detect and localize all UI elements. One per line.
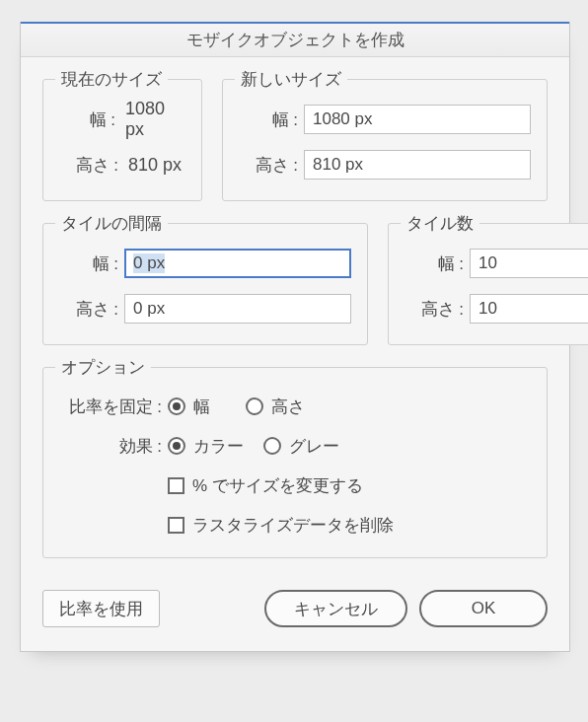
checkbox-box-icon bbox=[168, 477, 184, 494]
constrain-height-text: 高さ bbox=[271, 396, 305, 418]
current-size-legend: 現在のサイズ bbox=[55, 68, 168, 91]
new-width-label: 幅 : bbox=[239, 108, 298, 131]
dialog-title: モザイクオブジェクトを作成 bbox=[186, 29, 404, 51]
current-width-label: 幅 : bbox=[59, 108, 115, 131]
current-height-value: 810 px bbox=[128, 155, 182, 176]
tile-spacing-legend: タイルの間隔 bbox=[55, 212, 168, 235]
radio-dot-icon bbox=[168, 397, 185, 415]
result-color-text: カラー bbox=[193, 435, 244, 458]
tile-spacing-width-input[interactable]: 0 px bbox=[124, 249, 351, 278]
new-width-input[interactable] bbox=[304, 105, 531, 134]
result-color-radio[interactable]: カラー bbox=[168, 435, 244, 458]
constrain-width-text: 幅 bbox=[193, 396, 210, 418]
tile-count-height-input[interactable] bbox=[470, 294, 588, 324]
delete-raster-checkbox[interactable]: ラスタライズデータを削除 bbox=[168, 514, 394, 537]
options-group: オプション 比率を固定 : 幅 高さ 効果 : カラー bbox=[42, 367, 548, 558]
result-label: 効果 : bbox=[59, 435, 162, 458]
cancel-button[interactable]: キャンセル bbox=[264, 590, 407, 627]
ok-button[interactable]: OK bbox=[419, 590, 548, 627]
tile-count-group: タイル数 幅 : 高さ : bbox=[388, 223, 588, 345]
tile-spacing-width-label: 幅 : bbox=[59, 253, 118, 275]
mosaic-dialog: モザイクオブジェクトを作成 現在のサイズ 幅 : 1080 px 高さ : 81… bbox=[20, 22, 570, 652]
dialog-titlebar[interactable]: モザイクオブジェクトを作成 bbox=[21, 22, 569, 57]
result-gray-radio[interactable]: グレー bbox=[263, 435, 339, 458]
options-legend: オプション bbox=[55, 356, 151, 379]
constrain-ratio-label: 比率を固定 : bbox=[59, 396, 162, 418]
resize-percent-checkbox[interactable]: % でサイズを変更する bbox=[168, 474, 363, 497]
current-height-label: 高さ : bbox=[59, 154, 118, 177]
tile-spacing-group: タイルの間隔 幅 : 0 px 高さ : bbox=[42, 223, 368, 345]
tile-count-width-input[interactable] bbox=[470, 249, 588, 278]
checkbox-box-icon bbox=[168, 517, 184, 534]
radio-dot-icon bbox=[246, 397, 263, 415]
resize-percent-text: % でサイズを変更する bbox=[192, 474, 363, 497]
tile-count-width-label: 幅 : bbox=[404, 253, 464, 275]
result-gray-text: グレー bbox=[289, 435, 339, 458]
current-size-group: 現在のサイズ 幅 : 1080 px 高さ : 810 px bbox=[42, 79, 202, 201]
radio-dot-icon bbox=[168, 437, 185, 455]
new-size-legend: 新しいサイズ bbox=[235, 68, 347, 91]
radio-dot-icon bbox=[263, 437, 281, 455]
new-height-input[interactable] bbox=[304, 150, 531, 180]
current-width-value: 1080 px bbox=[125, 99, 185, 140]
tile-count-legend: タイル数 bbox=[401, 212, 479, 235]
tile-spacing-height-label: 高さ : bbox=[59, 298, 118, 321]
delete-raster-text: ラスタライズデータを削除 bbox=[192, 514, 394, 537]
tile-spacing-height-input[interactable] bbox=[124, 294, 351, 324]
tile-count-height-label: 高さ : bbox=[404, 298, 464, 321]
new-size-group: 新しいサイズ 幅 : 高さ : bbox=[222, 79, 548, 201]
use-ratio-button[interactable]: 比率を使用 bbox=[42, 590, 160, 627]
new-height-label: 高さ : bbox=[239, 154, 298, 177]
constrain-height-radio[interactable]: 高さ bbox=[246, 396, 305, 418]
constrain-width-radio[interactable]: 幅 bbox=[168, 396, 210, 418]
